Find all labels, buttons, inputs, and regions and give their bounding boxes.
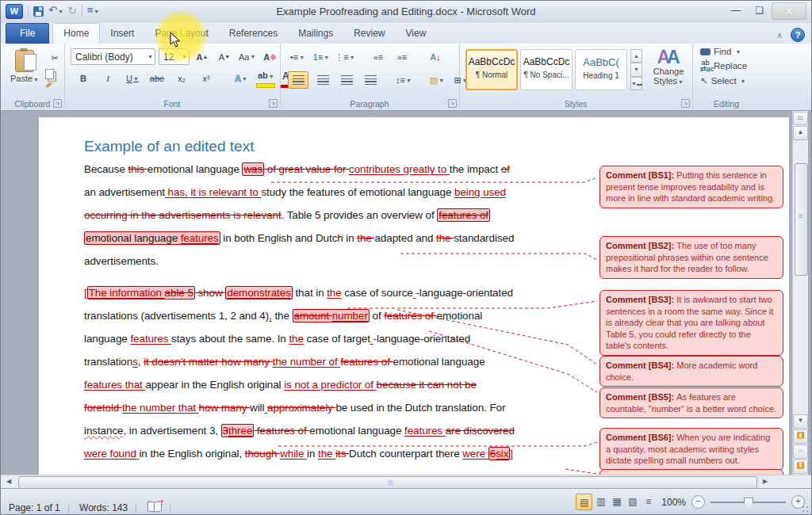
draft-view-icon[interactable]: ≡ [641,494,656,509]
highlight-color-icon[interactable]: ab▼ [256,71,275,86]
text-line: features that appear in the English orig… [84,373,592,396]
clipboard-dialog-launcher-icon[interactable]: ↘ [53,99,62,108]
align-center-button[interactable] [313,72,332,88]
web-layout-icon[interactable]: ▦ [609,494,624,509]
font-name-select[interactable]: Calibri (Body)▼ [71,48,155,65]
resize-grip[interactable] [802,505,810,513]
find-button[interactable]: Find▼ [700,47,760,56]
group-label: Font [64,99,280,109]
zoom-slider-thumb[interactable] [744,498,753,509]
text-run: while [280,448,307,460]
zoom-out-icon[interactable]: − [691,495,705,509]
tab-view[interactable]: View [396,24,437,42]
styles-dialog-launcher-icon[interactable]: ↘ [681,99,690,108]
proofing-errors-icon[interactable]: ✗ [147,502,162,511]
select-button[interactable]: ↖ Select▼ [700,75,760,86]
strikethrough-button[interactable]: abe [147,71,167,86]
comment-balloon-bs5[interactable]: Comment [BS5]: As features are countable… [599,387,783,418]
copy-icon[interactable] [45,69,54,79]
text-line: advertisements. [84,250,592,273]
decrease-indent-icon[interactable]: «≡ [369,49,388,65]
zoom-level[interactable]: 100% [661,497,686,508]
vertical-scroll-thumb[interactable] [795,163,808,276]
justify-button[interactable] [361,72,380,88]
comment-label: Comment [BS2]: [606,241,676,250]
word-count[interactable]: Words: 143 [71,496,136,513]
tab-insert[interactable]: Insert [100,24,144,42]
replace-button[interactable]: ab⇄ac Replace [700,59,760,72]
scroll-right-icon[interactable]: ▶ [759,476,772,487]
text-run: the impact [450,163,501,175]
text-run: six [496,448,508,460]
style--normal[interactable]: AaBbCcDc¶ Normal [465,49,518,90]
horizontal-scroll-thumb[interactable] [18,476,757,489]
previous-page-icon[interactable]: ⏫ [793,429,808,444]
tab-references[interactable]: References [219,24,288,42]
tab-mailings[interactable]: Mailings [288,24,343,42]
line-spacing-icon[interactable]: ↕≡▼ [394,72,413,88]
minimize-button[interactable]: — [724,2,748,18]
font-dialog-launcher-icon[interactable]: ↘ [269,99,278,108]
zoom-slider[interactable] [710,502,786,503]
text-run: its [335,448,349,460]
comment-balloon-bs2[interactable]: Comment [BS2]: The use of too many prepo… [599,236,783,279]
paste-button[interactable]: Paste▼ [7,48,42,99]
scroll-up-icon[interactable]: ▲ [793,126,808,140]
bold-button[interactable]: B [74,71,93,86]
align-left-button[interactable] [288,71,308,89]
superscript-button[interactable]: x² [197,71,216,86]
page-count[interactable]: Page: 1 of 1 [1,496,68,513]
text-effects-icon[interactable]: A▼ [232,71,251,86]
paragraph: Because this emotional language was of g… [84,158,592,273]
tab-home[interactable]: Home [52,23,100,44]
ruler-toggle-icon[interactable]: ▭ [793,112,808,125]
numbering-icon[interactable]: 1≡▼ [312,49,331,65]
styles-scroll-up-icon[interactable]: ▲ [630,49,642,63]
comment-balloon-bs3[interactable]: Comment [BS3]: It is awkward to start tw… [599,290,783,356]
clear-formatting-icon[interactable]: A◆ [260,49,279,65]
print-layout-view-icon[interactable]: ▤ [576,494,592,510]
text-run: was [243,163,262,175]
next-page-icon[interactable]: ⏬ [793,460,808,474]
styles-scroll-down-icon[interactable]: ▼ [630,63,642,76]
close-button[interactable]: ✕ [772,2,806,20]
styles-more-icon[interactable]: ▼▬ [630,77,642,90]
help-icon[interactable]: ? [791,28,805,42]
document-page[interactable]: Example of an edited text Because this e… [39,117,789,475]
tab-review[interactable]: Review [343,24,395,42]
text-run: emotional language [393,356,485,368]
scroll-left-icon[interactable]: ◀ [2,476,15,487]
style-heading-1[interactable]: AaBbC(Heading 1 [575,49,627,90]
subscript-button[interactable]: x₂ [172,71,191,86]
shrink-font-icon[interactable]: A▼ [215,49,234,65]
comment-balloon-bs1[interactable]: Comment [BS1]: Putting this sentence in … [599,166,783,208]
select-browse-object-icon[interactable]: ○ [793,444,808,459]
horizontal-scrollbar[interactable]: ◀ ▶ [1,475,811,489]
paragraph-dialog-launcher-icon[interactable]: ↘ [448,99,457,108]
outline-view-icon[interactable]: ▧ [625,494,640,509]
multilevel-list-icon[interactable]: ⋮≡▼ [335,49,354,65]
scroll-down-icon[interactable]: ▼ [793,414,808,429]
align-right-button[interactable] [337,72,356,88]
sort-icon[interactable]: A↓ [426,49,445,65]
comment-balloon-bs7[interactable]: Comment [BS7]: [599,469,783,475]
maximize-button[interactable]: ❑ [748,2,772,18]
full-screen-reading-icon[interactable]: ▥ [593,494,608,509]
shading-icon[interactable]: ▨▼ [427,72,446,88]
cut-icon[interactable]: ✂ [45,50,64,66]
underline-button[interactable]: U▼ [123,71,142,86]
style--no-spaci-[interactable]: AaBbCcDc¶ No Spaci... [520,49,573,90]
format-painter-icon[interactable] [45,80,55,89]
tab-file[interactable]: File [6,23,49,44]
change-styles-button[interactable]: AA Change Styles▼ [648,48,689,86]
italic-button[interactable]: I [98,71,117,86]
collapse-ribbon-icon[interactable]: ∧ [776,30,783,40]
paragraph-group: •≡▼ 1≡▼ ⋮≡▼ «≡ »≡ A↓ ¶ ↕≡▼ ▨▼ ⊞▼ [280,44,460,109]
vertical-scrollbar[interactable]: ▭ ▲ ▼ ⏫ ○ ⏬ [792,111,808,475]
increase-indent-icon[interactable]: »≡ [393,49,412,65]
comment-balloon-bs4[interactable]: Comment [BS4]: More academic word choice… [599,356,783,387]
style-preview: AaBbCcDc [521,56,572,67]
bullets-icon[interactable]: •≡▼ [288,49,307,65]
comment-balloon-bs6[interactable]: Comment [BS6]: When you are indicating a… [599,428,783,471]
change-case-icon[interactable]: Aa▼ [237,49,257,65]
